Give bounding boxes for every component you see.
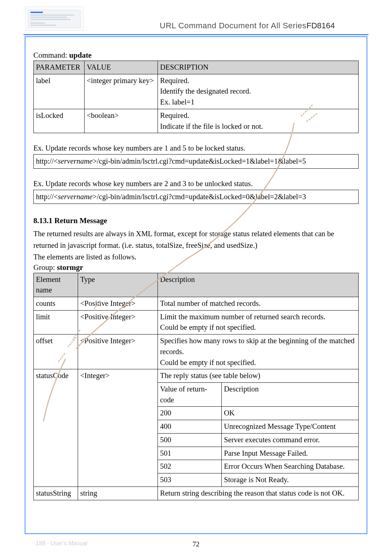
- cell-param: label: [34, 74, 85, 109]
- cell-name: counts: [34, 297, 78, 311]
- url-part: http://<: [36, 157, 58, 165]
- header-rule: [24, 34, 368, 35]
- example-2-url: http://<servername>/cgi-bin/admin/lsctrl…: [33, 190, 359, 204]
- cell-desc: Limit the maximum number of returned sea…: [158, 310, 359, 334]
- desc-line: Identify the designated record.: [160, 87, 251, 95]
- section-heading: 8.13.1 Return Message: [33, 216, 359, 225]
- section-paragraph: The returned results are always in XML f…: [33, 228, 359, 251]
- table-header-row: Element name Type Description: [34, 273, 359, 297]
- url-part: http://<: [36, 193, 58, 201]
- parameter-table: PARAMETER VALUE DESCRIPTION label <integ…: [33, 61, 359, 133]
- command-label: Command:: [33, 51, 69, 59]
- cell-code: 501: [158, 447, 222, 460]
- col-type: Type: [78, 273, 158, 297]
- cell-code-desc: Storage is Not Ready.: [222, 473, 359, 487]
- cell-type: <Positive Integer>: [78, 297, 158, 311]
- cell-name: limit: [34, 310, 78, 334]
- cell-desc: Required. Identify the designated record…: [158, 74, 359, 109]
- cell-code-desc: Server executes command error.: [222, 433, 359, 447]
- desc-line: Required.: [160, 77, 189, 85]
- group-line: Group: stormgr: [33, 263, 359, 272]
- col-element: Element name: [34, 273, 78, 297]
- cell-type: string: [78, 487, 158, 500]
- footer-page-number: 72: [0, 540, 392, 548]
- table-row: statusString string Return string descri…: [34, 487, 359, 500]
- col-description: Description: [158, 273, 359, 297]
- desc-line: Required.: [160, 111, 189, 119]
- example-1-text: Ex. Update records whose key numbers are…: [33, 143, 359, 154]
- table-row: limit <Positive Integer> Limit the maxim…: [34, 310, 359, 334]
- desc-line: Ex. label=1: [160, 98, 195, 106]
- table-row: offset <Positive Integer> Specifies how …: [34, 335, 359, 369]
- doc-header: URL Command Document for All SeriesFD816…: [160, 21, 367, 30]
- table-row: statusCode <Integer> The reply status (s…: [34, 369, 359, 383]
- url-servername: servername: [58, 193, 93, 201]
- command-name: update: [69, 51, 92, 59]
- desc-line: Indicate if the file is locked or not.: [160, 122, 263, 130]
- cell-param: isLocked: [34, 109, 85, 133]
- cell-type: <Positive Integer>: [78, 310, 158, 334]
- command-line: Command: update: [33, 51, 359, 60]
- desc-line: Specifies how many rows to skip at the b…: [160, 337, 355, 356]
- desc-line: Could be empty if not specified.: [160, 358, 256, 366]
- page-footer: 188 - User's Manual 72: [0, 538, 392, 550]
- cell-type: <Positive Integer>: [78, 335, 158, 369]
- cell-desc: Required. Indicate if the file is locked…: [158, 109, 359, 133]
- content-frame: Command: update PARAMETER VALUE DESCRIPT…: [25, 36, 367, 534]
- desc-line: Limit the maximum number of returned sea…: [160, 313, 325, 321]
- cell-code-desc: Unrecognized Message Type/Content: [222, 420, 359, 434]
- section-paragraph: The elements are listed as follows.: [33, 251, 359, 263]
- cell-type: <Integer>: [78, 369, 158, 487]
- cell-desc: Return string describing the reason that…: [158, 487, 359, 500]
- table-row: isLocked <boolean> Required. Indicate if…: [34, 109, 359, 133]
- cell-desc: Specifies how many rows to skip at the b…: [158, 335, 359, 369]
- table-row: counts <Positive Integer> Total number o…: [34, 297, 359, 311]
- cell-code-desc: Parse Input Message Failed.: [222, 447, 359, 460]
- cell-code: 500: [158, 433, 222, 447]
- subhead-value: Value of return-code: [158, 383, 222, 407]
- cell-code-desc: OK: [222, 407, 359, 420]
- element-table: Element name Type Description counts <Po…: [33, 273, 359, 500]
- page-thumbnail: [25, 7, 83, 30]
- header-part-a: URL Command Document for: [160, 21, 271, 30]
- cell-name: statusString: [34, 487, 78, 500]
- page: URL Command Document for All SeriesFD816…: [0, 0, 392, 554]
- cell-name: offset: [34, 335, 78, 369]
- url-servername: servername: [58, 157, 93, 165]
- cell-code: 400: [158, 420, 222, 434]
- desc-line: Could be empty if not specified.: [160, 323, 256, 331]
- cell-code: 503: [158, 473, 222, 487]
- col-value: VALUE: [85, 61, 158, 74]
- header-part-b: All Series: [271, 21, 306, 30]
- header-part-c: FD8164: [306, 21, 335, 30]
- cell-code: 200: [158, 407, 222, 420]
- subhead-desc: Description: [222, 383, 359, 407]
- cell-code-desc: Error Occurs When Searching Database.: [222, 460, 359, 473]
- url-part: >/cgi-bin/admin/lsctrl.cgi?cmd=update&is…: [93, 193, 306, 201]
- table-header-row: PARAMETER VALUE DESCRIPTION: [34, 61, 359, 74]
- cell-name: statusCode: [34, 369, 78, 487]
- col-description: DESCRIPTION: [158, 61, 359, 74]
- cell-value: <integer primary key>: [85, 74, 158, 109]
- cell-desc: Total number of matched records.: [158, 297, 359, 311]
- example-2-text: Ex. Update records whose key numbers are…: [33, 178, 359, 190]
- group-name: stormgr: [57, 263, 83, 272]
- cell-value: <boolean>: [85, 109, 158, 133]
- cell-desc: The reply status (see table below): [158, 369, 359, 383]
- table-row: label <integer primary key> Required. Id…: [34, 74, 359, 109]
- group-label: Group:: [33, 263, 57, 272]
- example-1-url: http://<servername>/cgi-bin/admin/lsctrl…: [33, 154, 359, 169]
- col-parameter: PARAMETER: [34, 61, 85, 74]
- cell-code: 502: [158, 460, 222, 473]
- url-part: >/cgi-bin/admin/lsctrl.cgi?cmd=update&is…: [93, 157, 306, 165]
